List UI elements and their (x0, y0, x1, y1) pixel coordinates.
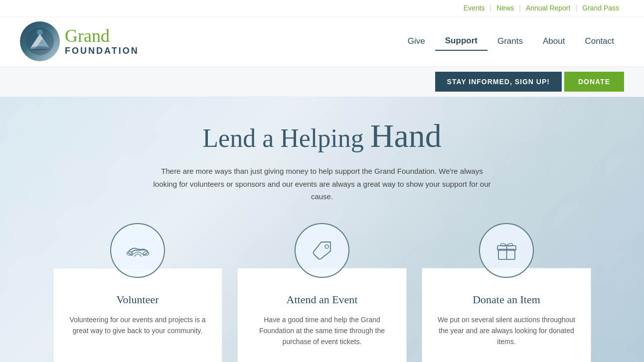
separator-3: | (575, 4, 577, 12)
svg-point-3 (30, 46, 50, 50)
volunteer-title: Volunteer (116, 293, 159, 306)
nav-contact[interactable]: Contact (575, 32, 624, 50)
donate-item-card-wrapper: Donate an Item We put on several silent … (422, 223, 591, 362)
nav-grants[interactable]: Grants (487, 32, 533, 50)
attend-event-card-wrapper: Attend an Event Have a good time and hel… (237, 223, 407, 362)
header: Grand FOUNDATION Give Support Grants Abo… (0, 16, 644, 67)
donate-item-card: Donate an Item We put on several silent … (422, 268, 591, 362)
stay-informed-button[interactable]: STAY INFORMED, SIGN UP! (435, 72, 562, 92)
donate-item-title: Donate an Item (473, 293, 540, 306)
volunteer-icon-circle (110, 223, 165, 278)
hero-title: Lend a Helping Hand (20, 117, 624, 155)
handshake-icon (124, 237, 152, 264)
main-nav: Give Support Grants About Contact (398, 32, 624, 51)
donate-item-icon-circle (479, 223, 534, 278)
nav-support[interactable]: Support (435, 32, 487, 51)
attend-event-card: Attend an Event Have a good time and hel… (237, 268, 407, 362)
cta-buttons: STAY INFORMED, SIGN UP! DONATE (0, 67, 644, 97)
topbar-news-link[interactable]: News (496, 4, 514, 12)
cards-row: Volunteer Volunteering for our events an… (20, 223, 624, 362)
volunteer-card-wrapper: Volunteer Volunteering for our events an… (53, 223, 222, 362)
svg-point-7 (325, 245, 328, 248)
volunteer-card: Volunteer Volunteering for our events an… (53, 268, 222, 362)
tag-icon (309, 237, 336, 264)
hero-title-prefix: Lend a Helping (202, 124, 370, 152)
logo-grand: Grand (65, 26, 139, 46)
logo-circle (20, 21, 60, 61)
attend-event-text: Have a good time and help the Grand Foun… (250, 314, 394, 362)
logo-area: Grand FOUNDATION (20, 21, 139, 61)
hero-title-script: Hand (370, 118, 442, 154)
attend-event-title: Attend an Event (287, 293, 358, 306)
hero-subtitle: There are more ways than just giving mon… (153, 165, 491, 203)
logo-icon (25, 26, 55, 56)
separator-2: | (519, 4, 521, 12)
separator-1: | (490, 4, 492, 12)
topbar-annual-report-link[interactable]: Annual Report (526, 4, 571, 12)
volunteer-text: Volunteering for our events and projects… (65, 314, 210, 362)
logo-foundation: FOUNDATION (65, 46, 139, 56)
svg-point-4 (37, 29, 43, 35)
donate-button[interactable]: DONATE (564, 72, 624, 92)
topbar-grand-pass-link[interactable]: Grand Pass (582, 4, 619, 12)
top-bar: Events | News | Annual Report | Grand Pa… (0, 0, 644, 16)
donate-item-text: We put on several silent auctions throug… (434, 314, 579, 362)
hero-section: Lend a Helping Hand There are more ways … (0, 97, 644, 362)
attend-event-icon-circle (295, 223, 349, 278)
topbar-events-link[interactable]: Events (464, 4, 485, 12)
nav-about[interactable]: About (533, 32, 575, 50)
logo-text: Grand FOUNDATION (65, 26, 139, 56)
nav-give[interactable]: Give (398, 32, 435, 50)
gift-icon (493, 237, 520, 264)
